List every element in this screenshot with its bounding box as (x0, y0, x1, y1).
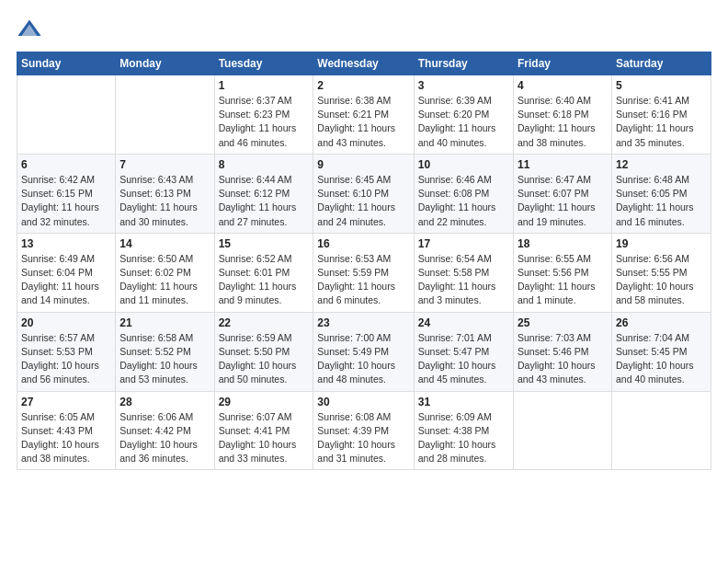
calendar-cell (116, 75, 214, 155)
calendar-cell: 13Sunrise: 6:49 AM Sunset: 6:04 PM Dayli… (17, 233, 116, 312)
calendar-cell: 24Sunrise: 7:01 AM Sunset: 5:47 PM Dayli… (414, 312, 513, 391)
day-info: Sunrise: 6:08 AM Sunset: 4:39 PM Dayligh… (317, 410, 409, 466)
calendar-cell: 8Sunrise: 6:44 AM Sunset: 6:12 PM Daylig… (214, 154, 313, 233)
day-number: 27 (21, 396, 111, 408)
calendar-week-row: 6Sunrise: 6:42 AM Sunset: 6:15 PM Daylig… (17, 154, 711, 233)
calendar-week-row: 13Sunrise: 6:49 AM Sunset: 6:04 PM Dayli… (17, 233, 711, 312)
day-number: 14 (119, 237, 210, 250)
day-number: 12 (616, 158, 707, 171)
calendar-cell: 4Sunrise: 6:40 AM Sunset: 6:18 PM Daylig… (513, 75, 611, 155)
day-number: 3 (418, 79, 509, 92)
calendar-cell: 27Sunrise: 6:05 AM Sunset: 4:43 PM Dayli… (17, 391, 116, 470)
day-info: Sunrise: 7:03 AM Sunset: 5:46 PM Dayligh… (518, 331, 608, 387)
calendar-cell: 9Sunrise: 6:45 AM Sunset: 6:10 PM Daylig… (313, 154, 414, 233)
calendar-header-tuesday: Tuesday (214, 52, 313, 75)
calendar-header-sunday: Sunday (17, 52, 116, 75)
day-number: 25 (518, 316, 608, 329)
calendar-cell: 20Sunrise: 6:57 AM Sunset: 5:53 PM Dayli… (17, 312, 116, 391)
calendar-cell: 3Sunrise: 6:39 AM Sunset: 6:20 PM Daylig… (414, 75, 513, 155)
logo (17, 17, 46, 42)
page: SundayMondayTuesdayWednesdayThursdayFrid… (0, 0, 728, 563)
day-number: 15 (219, 237, 310, 250)
day-info: Sunrise: 6:56 AM Sunset: 5:55 PM Dayligh… (616, 252, 707, 308)
day-number: 13 (21, 237, 111, 250)
calendar-header-wednesday: Wednesday (313, 52, 414, 75)
calendar-header-monday: Monday (116, 52, 214, 75)
calendar-header-row: SundayMondayTuesdayWednesdayThursdayFrid… (17, 52, 711, 75)
day-info: Sunrise: 7:04 AM Sunset: 5:45 PM Dayligh… (616, 331, 707, 387)
calendar-cell: 21Sunrise: 6:58 AM Sunset: 5:52 PM Dayli… (116, 312, 214, 391)
calendar-cell: 7Sunrise: 6:43 AM Sunset: 6:13 PM Daylig… (116, 154, 214, 233)
calendar-cell: 19Sunrise: 6:56 AM Sunset: 5:55 PM Dayli… (611, 233, 711, 312)
calendar-week-row: 20Sunrise: 6:57 AM Sunset: 5:53 PM Dayli… (17, 312, 711, 391)
day-info: Sunrise: 6:53 AM Sunset: 5:59 PM Dayligh… (317, 252, 409, 308)
header (17, 17, 711, 42)
calendar-cell: 15Sunrise: 6:52 AM Sunset: 6:01 PM Dayli… (214, 233, 313, 312)
day-number: 26 (616, 316, 707, 329)
calendar-week-row: 27Sunrise: 6:05 AM Sunset: 4:43 PM Dayli… (17, 391, 711, 470)
calendar: SundayMondayTuesdayWednesdayThursdayFrid… (17, 52, 711, 470)
day-number: 23 (317, 316, 409, 329)
calendar-cell: 26Sunrise: 7:04 AM Sunset: 5:45 PM Dayli… (611, 312, 711, 391)
calendar-cell: 5Sunrise: 6:41 AM Sunset: 6:16 PM Daylig… (611, 75, 711, 155)
day-number: 10 (418, 158, 509, 171)
calendar-cell: 16Sunrise: 6:53 AM Sunset: 5:59 PM Dayli… (313, 233, 414, 312)
day-info: Sunrise: 7:00 AM Sunset: 5:49 PM Dayligh… (317, 331, 409, 387)
day-number: 24 (418, 316, 509, 329)
calendar-header-friday: Friday (513, 52, 611, 75)
day-info: Sunrise: 6:07 AM Sunset: 4:41 PM Dayligh… (219, 410, 310, 466)
day-info: Sunrise: 6:52 AM Sunset: 6:01 PM Dayligh… (219, 252, 310, 308)
day-info: Sunrise: 6:09 AM Sunset: 4:38 PM Dayligh… (418, 410, 509, 466)
day-number: 1 (219, 79, 310, 92)
day-info: Sunrise: 6:49 AM Sunset: 6:04 PM Dayligh… (21, 252, 111, 308)
day-info: Sunrise: 6:05 AM Sunset: 4:43 PM Dayligh… (21, 410, 111, 466)
day-info: Sunrise: 6:37 AM Sunset: 6:23 PM Dayligh… (219, 94, 310, 150)
day-info: Sunrise: 6:57 AM Sunset: 5:53 PM Dayligh… (21, 331, 111, 387)
day-number: 16 (317, 237, 409, 250)
day-info: Sunrise: 6:40 AM Sunset: 6:18 PM Dayligh… (518, 94, 608, 150)
calendar-cell: 18Sunrise: 6:55 AM Sunset: 5:56 PM Dayli… (513, 233, 611, 312)
day-number: 17 (418, 237, 509, 250)
day-number: 9 (317, 158, 409, 171)
day-info: Sunrise: 6:48 AM Sunset: 6:05 PM Dayligh… (616, 173, 707, 229)
day-info: Sunrise: 6:54 AM Sunset: 5:58 PM Dayligh… (418, 252, 509, 308)
calendar-cell: 25Sunrise: 7:03 AM Sunset: 5:46 PM Dayli… (513, 312, 611, 391)
day-info: Sunrise: 6:43 AM Sunset: 6:13 PM Dayligh… (119, 173, 210, 229)
calendar-cell: 30Sunrise: 6:08 AM Sunset: 4:39 PM Dayli… (313, 391, 414, 470)
day-info: Sunrise: 6:45 AM Sunset: 6:10 PM Dayligh… (317, 173, 409, 229)
day-info: Sunrise: 6:47 AM Sunset: 6:07 PM Dayligh… (518, 173, 608, 229)
day-number: 2 (317, 79, 409, 92)
calendar-cell: 6Sunrise: 6:42 AM Sunset: 6:15 PM Daylig… (17, 154, 116, 233)
day-number: 28 (119, 396, 210, 408)
calendar-cell: 14Sunrise: 6:50 AM Sunset: 6:02 PM Dayli… (116, 233, 214, 312)
day-info: Sunrise: 6:38 AM Sunset: 6:21 PM Dayligh… (317, 94, 409, 150)
day-number: 11 (518, 158, 608, 171)
day-number: 20 (21, 316, 111, 329)
calendar-cell: 11Sunrise: 6:47 AM Sunset: 6:07 PM Dayli… (513, 154, 611, 233)
day-number: 8 (219, 158, 310, 171)
day-info: Sunrise: 6:55 AM Sunset: 5:56 PM Dayligh… (518, 252, 608, 308)
day-number: 4 (518, 79, 608, 92)
day-info: Sunrise: 6:41 AM Sunset: 6:16 PM Dayligh… (616, 94, 707, 150)
calendar-cell: 29Sunrise: 6:07 AM Sunset: 4:41 PM Dayli… (214, 391, 313, 470)
day-info: Sunrise: 6:50 AM Sunset: 6:02 PM Dayligh… (119, 252, 210, 308)
calendar-cell: 28Sunrise: 6:06 AM Sunset: 4:42 PM Dayli… (116, 391, 214, 470)
day-info: Sunrise: 7:01 AM Sunset: 5:47 PM Dayligh… (418, 331, 509, 387)
calendar-cell (611, 391, 711, 470)
calendar-cell (513, 391, 611, 470)
day-number: 19 (616, 237, 707, 250)
day-info: Sunrise: 6:06 AM Sunset: 4:42 PM Dayligh… (119, 410, 210, 466)
calendar-cell: 12Sunrise: 6:48 AM Sunset: 6:05 PM Dayli… (611, 154, 711, 233)
calendar-cell: 10Sunrise: 6:46 AM Sunset: 6:08 PM Dayli… (414, 154, 513, 233)
logo-icon (17, 17, 42, 42)
day-info: Sunrise: 6:59 AM Sunset: 5:50 PM Dayligh… (219, 331, 310, 387)
day-info: Sunrise: 6:39 AM Sunset: 6:20 PM Dayligh… (418, 94, 509, 150)
day-number: 30 (317, 396, 409, 408)
calendar-cell: 23Sunrise: 7:00 AM Sunset: 5:49 PM Dayli… (313, 312, 414, 391)
day-number: 31 (418, 396, 509, 408)
calendar-cell: 2Sunrise: 6:38 AM Sunset: 6:21 PM Daylig… (313, 75, 414, 155)
day-info: Sunrise: 6:58 AM Sunset: 5:52 PM Dayligh… (119, 331, 210, 387)
calendar-cell: 31Sunrise: 6:09 AM Sunset: 4:38 PM Dayli… (414, 391, 513, 470)
calendar-cell: 17Sunrise: 6:54 AM Sunset: 5:58 PM Dayli… (414, 233, 513, 312)
day-number: 21 (119, 316, 210, 329)
